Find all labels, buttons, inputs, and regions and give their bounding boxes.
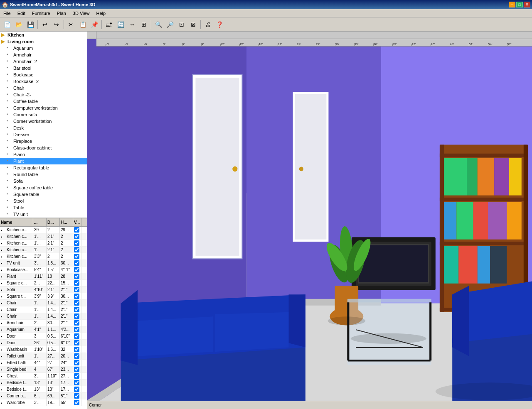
table-row[interactable]: ▪Chair 1'... 1'4... 2'1" (0, 313, 87, 320)
table-row[interactable]: ▪Square c... 2... 22... 15... (0, 280, 87, 287)
tree-category-kitchen[interactable]: ▶Kitchen (0, 32, 87, 38)
tree-item-plant[interactable]: ▪Plant (0, 158, 87, 164)
visibility-checkbox[interactable] (74, 280, 79, 286)
tree-item-desk[interactable]: ▪Desk (0, 125, 87, 131)
tree-item-armchair[interactable]: ▪Armchair (0, 51, 87, 58)
visibility-checkbox[interactable] (74, 360, 79, 365)
td-chk[interactable] (73, 333, 81, 339)
td-chk[interactable] (73, 386, 81, 392)
maximize-button[interactable]: □ (516, 2, 523, 7)
table-row[interactable]: ▪Chair 1'... 1'4... 2'1" (0, 306, 87, 313)
tree-item-square-table[interactable]: ▪Square table (0, 191, 87, 198)
tree-item-armchair--2-[interactable]: ▪Armchair -2- (0, 58, 87, 65)
table-row[interactable]: ▪Sofa 4'10" 2'1" 2'1" (0, 287, 87, 293)
rotate-button[interactable]: 🔄 (115, 19, 126, 30)
td-chk[interactable] (73, 366, 81, 372)
visibility-checkbox[interactable] (74, 300, 79, 306)
tree-item-chair[interactable]: ▪Chair (0, 85, 87, 91)
visibility-checkbox[interactable] (74, 320, 79, 326)
minimize-button[interactable]: ─ (509, 2, 515, 7)
table-row[interactable]: ▪Kitchen c... 3'3" 2 2 (0, 253, 87, 260)
td-chk[interactable] (73, 393, 81, 399)
visibility-checkbox[interactable] (74, 347, 79, 352)
td-chk[interactable] (73, 306, 81, 313)
visibility-checkbox[interactable] (74, 380, 79, 385)
td-chk[interactable] (73, 267, 81, 273)
td-chk[interactable] (73, 280, 81, 286)
undo-button[interactable]: ↩ (39, 19, 50, 30)
tree-item-aquarium[interactable]: ▪Aquarium (0, 45, 87, 51)
visibility-checkbox[interactable] (74, 227, 79, 233)
redo-button[interactable]: ↪ (51, 19, 62, 30)
visibility-checkbox[interactable] (74, 240, 79, 246)
menu-help[interactable]: Help (93, 9, 109, 17)
visibility-checkbox[interactable] (74, 267, 79, 272)
zoom-in-button[interactable]: 🔍 (153, 19, 164, 30)
mirror-button[interactable]: ↔ (127, 19, 138, 30)
visibility-checkbox[interactable] (74, 373, 79, 379)
menu-furniture[interactable]: Furniture (29, 9, 54, 17)
table-row[interactable]: ▪Kitchen c... 1'... 2'1" 2 (0, 233, 87, 240)
furniture-table[interactable]: Name ... D... H... V... ▪Kitchen c... 39… (0, 218, 87, 409)
table-row[interactable]: ▪Armchair 2'... 30... 2'1" (0, 320, 87, 326)
td-chk[interactable] (73, 293, 81, 299)
td-chk[interactable] (73, 313, 81, 319)
table-row[interactable]: ▪Kitchen c... 1'... 2'1" 2 (0, 247, 87, 253)
visibility-checkbox[interactable] (74, 260, 79, 266)
table-row[interactable]: ▪Bedside t... 13" 13" 17... (0, 380, 87, 386)
table-row[interactable]: ▪Bedside t... 13" 13" 17... (0, 386, 87, 393)
table-row[interactable]: ▪Chair 1'... 1'4... 2'1" (0, 300, 87, 306)
tree-item-glass-door-cabinet[interactable]: ▪Glass-door cabinet (0, 144, 87, 151)
td-chk[interactable] (73, 240, 81, 246)
open-button[interactable]: 📂 (13, 19, 24, 30)
table-row[interactable]: ▪Door 3 0'5... 6'10" (0, 333, 87, 340)
table-row[interactable]: ▪Square t... 3'9" 3'9" 30... (0, 293, 87, 300)
td-chk[interactable] (73, 227, 81, 233)
print-button[interactable]: 🖨 (202, 19, 213, 30)
visibility-checkbox[interactable] (74, 313, 79, 319)
visibility-checkbox[interactable] (74, 367, 79, 372)
zoom-out-button[interactable]: 🔎 (165, 19, 175, 30)
td-chk[interactable] (73, 320, 81, 326)
menu-3d-view[interactable]: 3D View (69, 9, 93, 17)
menu-file[interactable]: File (0, 9, 14, 17)
visibility-checkbox[interactable] (74, 340, 79, 345)
visibility-checkbox[interactable] (74, 333, 79, 339)
td-chk[interactable] (73, 340, 81, 346)
visibility-checkbox[interactable] (74, 387, 79, 392)
tree-item-computer-workstation[interactable]: ▪Computer workstation (0, 105, 87, 111)
table-row[interactable]: ▪Chest 3'... 1'10" 27... (0, 373, 87, 380)
table-row[interactable]: ▪Wardrobe 3'... 19... 55' (0, 399, 87, 406)
td-chk[interactable] (73, 373, 81, 379)
help-button[interactable]: ❓ (214, 19, 225, 30)
tree-item-sofa[interactable]: ▪Sofa (0, 178, 87, 184)
furniture-tree[interactable]: ▶Kitchen▶Living room▪Aquarium▪Armchair▪A… (0, 32, 87, 218)
visibility-checkbox[interactable] (74, 247, 79, 252)
menu-plan[interactable]: Plan (54, 9, 69, 17)
tree-item-piano[interactable]: ▪Piano (0, 151, 87, 158)
td-chk[interactable] (73, 253, 81, 260)
visibility-checkbox[interactable] (74, 287, 79, 292)
table-row[interactable]: ▪TV unit 3'... 1'8... 30... (0, 260, 87, 267)
td-chk[interactable] (73, 326, 81, 333)
copy-button[interactable]: 📋 (77, 19, 88, 30)
tree-item-coffee-table[interactable]: ▪Coffee table (0, 98, 87, 105)
td-chk[interactable] (73, 300, 81, 306)
tree-item-rectangular-table[interactable]: ▪Rectangular table (0, 164, 87, 171)
td-chk[interactable] (73, 273, 81, 279)
tree-item-tv-unit[interactable]: ▪TV unit (0, 211, 87, 218)
visibility-checkbox[interactable] (74, 234, 79, 239)
close-button[interactable]: ✕ (524, 2, 530, 7)
table-row[interactable]: ▪Plant 1'11" 18 28 (0, 273, 87, 280)
add-furniture-button[interactable]: 🛋 (103, 19, 114, 30)
cut-button[interactable]: ✂ (66, 19, 76, 30)
tree-item-bar-stool[interactable]: ▪Bar stool (0, 65, 87, 71)
visibility-checkbox[interactable] (74, 327, 79, 332)
td-chk[interactable] (73, 260, 81, 266)
tree-item-stool[interactable]: ▪Stool (0, 198, 87, 204)
menu-edit[interactable]: Edit (14, 9, 29, 17)
3d-viewport[interactable]: -6'-3'-0'3'6'9'12'15'18'21'24'27'30'33'3… (87, 32, 532, 409)
tree-item-round-table[interactable]: ▪Round table (0, 171, 87, 178)
visibility-checkbox[interactable] (74, 274, 79, 279)
table-row[interactable]: ▪Washbasin 1'10" 1'6... 32 (0, 346, 87, 353)
